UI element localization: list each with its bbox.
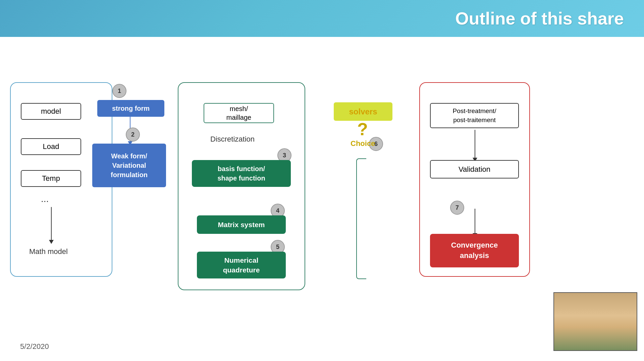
main-content: model Load Temp ... Math model 1 strong … [0, 37, 644, 361]
temp-box: Temp [21, 170, 81, 187]
validation-box: Validation [430, 160, 519, 178]
choice-label: Choice [351, 139, 375, 148]
matrix-system-label: Matrix system [218, 221, 265, 229]
load-box: Load [21, 138, 81, 155]
date-label: 5/2/2020 [20, 342, 49, 351]
mesh-box: mesh/maillage [204, 103, 274, 123]
step2-num: 2 [131, 131, 135, 138]
left-brace [356, 158, 366, 279]
model-label: model [41, 107, 61, 116]
center-section-box: mesh/maillage Discretization 3 basis fun… [178, 82, 305, 290]
mesh-label: mesh/maillage [226, 104, 251, 122]
step1-num: 1 [118, 88, 121, 95]
weak-form-box: Weak form/Variationalformulation [92, 144, 166, 187]
video-person [554, 293, 637, 350]
video-thumbnail [553, 292, 637, 351]
discretization-label: Discretization [210, 135, 255, 144]
basis-func-label: basis function/shape function [217, 164, 265, 183]
weak-form-label: Weak form/Variationalformulation [111, 151, 148, 179]
strong-form-box: strong form [97, 100, 164, 117]
post-treatment-box: Post-treatment/post-traitement [430, 103, 519, 128]
num-quad-label: Numericalquadreture [223, 255, 260, 275]
arrow-pt-to-val [475, 130, 475, 158]
right-section-box: Post-treatment/post-traitement Validatio… [419, 82, 530, 277]
matrix-system-box: Matrix system [197, 215, 286, 234]
step7-circle: 7 [450, 201, 464, 215]
step1-circle: 1 [112, 84, 126, 98]
convergence-analysis-box: Convergenceanalysis [430, 234, 519, 267]
arrow-down-math [51, 207, 52, 241]
convergence-label: Convergenceanalysis [451, 240, 498, 261]
dots-label: ... [41, 194, 49, 204]
strong-form-label: strong form [112, 105, 150, 112]
solvers-label: solvers [349, 107, 377, 116]
validation-label: Validation [459, 165, 490, 174]
temp-label: Temp [42, 174, 60, 183]
basis-function-box: basis function/shape function [192, 160, 291, 187]
header-bar: Outline of this share [0, 0, 644, 37]
step2-circle: 2 [126, 127, 140, 142]
model-box: model [21, 103, 81, 120]
load-label: Load [43, 142, 59, 151]
solvers-box: solvers [334, 102, 392, 121]
question-mark: ? [357, 119, 368, 139]
arrow-val-to-conv [475, 209, 475, 234]
post-treatment-label: Post-treatment/post-traitement [453, 107, 496, 124]
math-model-label: Math model [29, 247, 68, 256]
header-title: Outline of this share [455, 8, 624, 29]
numerical-quadrature-box: Numericalquadreture [197, 252, 286, 278]
